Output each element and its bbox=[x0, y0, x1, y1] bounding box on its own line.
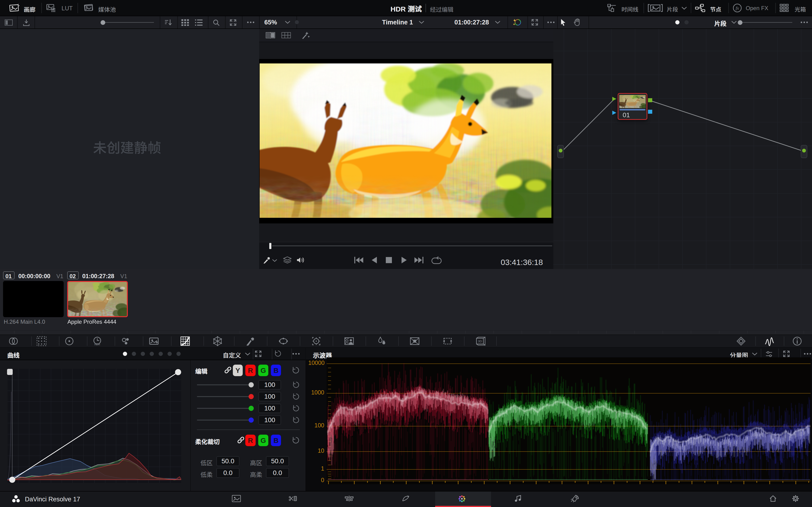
svg-text:HDR: HDR bbox=[95, 343, 100, 346]
svg-text:fx: fx bbox=[736, 6, 739, 11]
svg-text:3D: 3D bbox=[478, 339, 482, 343]
